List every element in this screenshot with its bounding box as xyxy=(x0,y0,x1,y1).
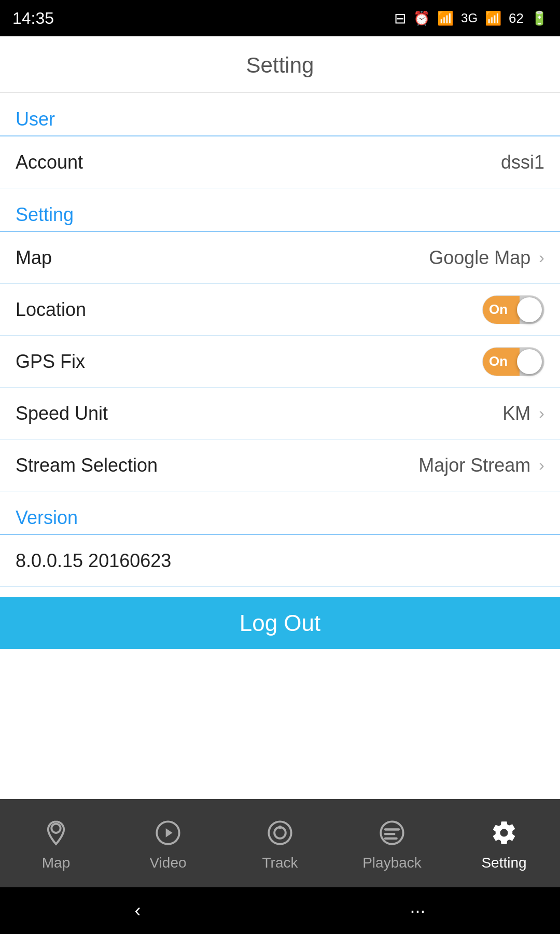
section-setting-divider xyxy=(0,231,560,232)
section-user-divider xyxy=(0,135,560,136)
section-version-header: Version xyxy=(0,491,560,534)
clock-icon: ⏰ xyxy=(413,10,430,26)
row-location-value: On xyxy=(482,295,544,324)
version-number-label: 8.0.0.15 20160623 xyxy=(16,550,171,572)
menu-button[interactable]: ··· xyxy=(410,900,425,922)
row-gps-fix[interactable]: GPS Fix On xyxy=(0,336,560,388)
row-location-label: Location xyxy=(16,299,86,321)
setting-nav-icon xyxy=(486,815,522,850)
section-setting: Setting Map Google Map › Location On GPS… xyxy=(0,188,560,491)
row-stream-selection-value: Major Stream › xyxy=(418,455,544,476)
row-gps-fix-label: GPS Fix xyxy=(16,351,85,373)
row-account-value: dssi1 xyxy=(501,152,544,173)
status-icons: ⊟ ⏰ 📶 3G 📶 62 🔋 xyxy=(394,10,548,27)
nav-item-map[interactable]: Map xyxy=(0,815,112,871)
nav-video-label: Video xyxy=(149,855,186,871)
logout-button[interactable]: Log Out xyxy=(0,597,560,649)
nav-item-playback[interactable]: Playback xyxy=(336,815,448,871)
status-time: 14:35 xyxy=(12,9,54,28)
row-stream-selection-label: Stream Selection xyxy=(16,455,158,476)
battery-icon: 🔋 xyxy=(531,10,548,26)
nav-item-video[interactable]: Video xyxy=(112,815,224,871)
system-nav-bar: ‹ ··· xyxy=(0,887,560,934)
row-stream-selection[interactable]: Stream Selection Major Stream › xyxy=(0,439,560,491)
svg-point-5 xyxy=(278,826,282,829)
account-value-text: dssi1 xyxy=(501,152,544,173)
nav-playback-label: Playback xyxy=(362,855,422,871)
row-account-label: Account xyxy=(16,152,83,173)
svg-marker-2 xyxy=(166,828,173,837)
signal-bars-icon: 📶 xyxy=(485,10,501,26)
signal-icon: 3G xyxy=(461,11,478,25)
row-speed-unit-label: Speed Unit xyxy=(16,403,108,424)
location-toggle-label: On xyxy=(489,301,508,318)
nav-item-setting[interactable]: Setting xyxy=(448,815,560,871)
battery-level: 62 xyxy=(509,10,524,26)
svg-point-0 xyxy=(51,824,60,833)
row-map-label: Map xyxy=(16,247,52,269)
status-bar: 14:35 ⊟ ⏰ 📶 3G 📶 62 🔋 xyxy=(0,0,560,36)
nav-item-track[interactable]: Track xyxy=(224,815,336,871)
section-setting-header: Setting xyxy=(0,188,560,231)
row-map[interactable]: Map Google Map › xyxy=(0,232,560,284)
track-nav-icon xyxy=(262,815,298,850)
location-toggle-thumb xyxy=(517,297,542,322)
gps-fix-toggle-label: On xyxy=(489,353,508,369)
back-button[interactable]: ‹ xyxy=(134,900,141,922)
row-version-number: 8.0.0.15 20160623 xyxy=(0,535,560,587)
stream-selection-value-text: Major Stream xyxy=(418,455,530,476)
row-map-value: Google Map › xyxy=(429,247,544,269)
map-nav-icon xyxy=(38,815,74,850)
gps-fix-toggle-thumb xyxy=(517,349,542,374)
map-chevron-icon: › xyxy=(539,248,544,267)
svg-rect-8 xyxy=(384,833,396,835)
bottom-nav: Map Video Track xyxy=(0,799,560,887)
row-account[interactable]: Account dssi1 xyxy=(0,136,560,188)
nav-setting-label: Setting xyxy=(481,855,526,871)
svg-rect-7 xyxy=(384,828,400,830)
location-toggle[interactable]: On xyxy=(482,295,544,324)
section-user-header: User xyxy=(0,93,560,135)
nav-map-label: Map xyxy=(42,855,70,871)
stream-selection-chevron-icon: › xyxy=(539,456,544,475)
row-gps-fix-value: On xyxy=(482,347,544,376)
playback-nav-icon xyxy=(374,815,410,850)
svg-point-3 xyxy=(269,821,291,844)
video-nav-icon xyxy=(150,815,186,850)
speed-unit-chevron-icon: › xyxy=(539,404,544,423)
row-location[interactable]: Location On xyxy=(0,284,560,336)
wifi-icon: 📶 xyxy=(437,10,454,26)
map-value-text: Google Map xyxy=(429,247,530,269)
speed-unit-value-text: KM xyxy=(502,403,530,424)
page-title-bar: Setting xyxy=(0,36,560,93)
sim-icon: ⊟ xyxy=(394,10,406,27)
section-version: Version 8.0.0.15 20160623 xyxy=(0,491,560,587)
nav-track-label: Track xyxy=(262,855,298,871)
page-title: Setting xyxy=(0,53,560,78)
row-speed-unit-value: KM › xyxy=(502,403,544,424)
row-speed-unit[interactable]: Speed Unit KM › xyxy=(0,388,560,439)
gps-fix-toggle[interactable]: On xyxy=(482,347,544,376)
svg-rect-9 xyxy=(384,837,398,840)
section-version-divider xyxy=(0,534,560,535)
content: User Account dssi1 Setting Map Google Ma… xyxy=(0,93,560,799)
section-user: User Account dssi1 xyxy=(0,93,560,188)
